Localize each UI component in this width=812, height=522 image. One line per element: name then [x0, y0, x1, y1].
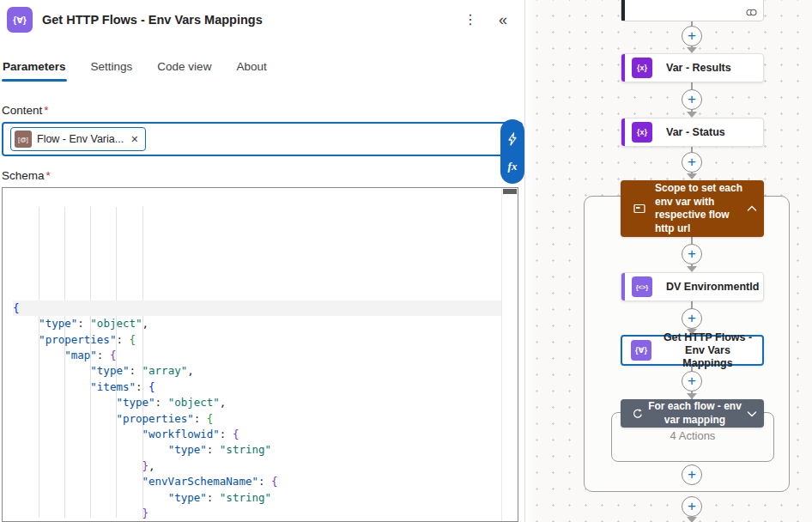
editor-scrollbar[interactable] [501, 188, 518, 521]
code-line[interactable]: "envVarSchemaName": { [13, 474, 501, 489]
code-token: { [13, 301, 20, 314]
chevron-down-icon[interactable] [747, 410, 757, 417]
insert-step-button[interactable]: + [682, 89, 702, 110]
schema-editor[interactable]: { "type": "object", "properties": { "map… [2, 187, 518, 522]
code-token: "map" [64, 349, 97, 361]
code-token: "type" [168, 443, 207, 456]
code-token: "envVarSchemaName" [142, 475, 258, 488]
code-line[interactable]: { [13, 300, 501, 316]
action-details-panel: {∀} Get HTTP Flows - Env Vars Mappings ⋮… [0, 0, 525, 522]
copy-icon[interactable] [746, 4, 757, 20]
card-get-http-flows-selected[interactable]: {∀} Get HTTP Flows - Env Vars Mappings [621, 335, 764, 366]
code-token [13, 364, 90, 377]
code-token [13, 396, 116, 409]
code-token: "object" [168, 396, 220, 409]
code-token: "string" [220, 443, 271, 456]
insert-step-button[interactable]: + [682, 26, 702, 46]
code-line[interactable]: "type": "string" [13, 490, 501, 506]
connector-arrow [687, 266, 697, 272]
tab-parameters[interactable]: Parameters [2, 60, 67, 82]
code-token: "properties" [116, 412, 193, 425]
code-token: : [77, 317, 90, 330]
compose-icon: {<>} [632, 276, 652, 297]
code-token: { [271, 475, 278, 488]
code-line[interactable]: "properties": { [13, 332, 501, 348]
editor-scrollbar-thumb[interactable] [503, 189, 517, 194]
code-token: : [194, 412, 207, 425]
code-token: , [187, 364, 194, 377]
card-accent-bar [621, 118, 625, 146]
code-line[interactable]: "type": "array", [13, 363, 501, 379]
loop-icon [627, 404, 648, 424]
code-token [13, 428, 142, 440]
code-token [13, 380, 90, 393]
chevron-up-icon[interactable] [747, 205, 757, 212]
card-accent-bar [621, 54, 625, 82]
card-accent-bar [621, 0, 625, 21]
page-title: Get HTTP Flows - Env Vars Mappings [42, 13, 263, 27]
code-line[interactable]: "map": { [13, 348, 501, 363]
code-line[interactable]: }, [13, 458, 501, 474]
connector-arrow [687, 517, 697, 522]
card-scope[interactable]: Scope to set each env var with respectiv… [621, 180, 764, 237]
card-var-results[interactable]: {x} Var - Results [621, 53, 764, 82]
collapse-panel-button[interactable]: « [492, 9, 514, 31]
scope-icon [629, 198, 650, 219]
tab-code-view[interactable]: Code view [156, 60, 212, 82]
code-token: , [148, 459, 155, 472]
tab-bar: Parameters Settings Code view About [0, 60, 524, 82]
token-source-icon: [@] [15, 130, 32, 148]
more-options-button[interactable]: ⋮ [459, 9, 482, 31]
code-line[interactable]: } [13, 506, 501, 521]
code-line[interactable]: "type": "string" [13, 442, 501, 458]
content-input[interactable]: [@] Flow - Env Varia... ✕ [2, 122, 523, 156]
connector-arrow [687, 173, 697, 179]
code-token: { [148, 380, 155, 393]
insert-step-button[interactable]: + [682, 496, 702, 517]
card-label: Var - Status [666, 126, 725, 138]
card-dv-environmentid[interactable]: {<>} DV EnvironmentId [621, 272, 764, 301]
code-line[interactable]: "items": { [13, 379, 501, 395]
code-line[interactable]: "type": "object", [13, 316, 501, 331]
token-close-icon[interactable]: ✕ [129, 134, 140, 145]
insert-step-button[interactable]: + [682, 464, 702, 485]
code-token [13, 459, 142, 472]
code-token [13, 317, 39, 330]
code-line[interactable]: "properties": { [13, 411, 501, 427]
card-label: Get HTTP Flows - Env Vars Mappings [660, 331, 762, 370]
tab-settings[interactable]: Settings [90, 60, 134, 82]
flow-canvas[interactable]: + {x} Var - Results + {x} Var - Status +… [525, 0, 812, 522]
insert-step-button[interactable]: + [682, 152, 702, 173]
insert-step-button[interactable]: + [682, 244, 702, 264]
code-token: "type" [116, 396, 155, 409]
lightning-icon[interactable] [504, 130, 521, 148]
code-token: "string" [220, 491, 271, 504]
code-token: { [129, 333, 136, 346]
card-for-each[interactable]: For each flow - env var mapping [621, 399, 764, 428]
schema-label: Schema* [2, 169, 524, 182]
code-line[interactable]: "workflowid": { [13, 427, 501, 442]
code-token: : [97, 349, 110, 361]
code-token [13, 333, 39, 346]
expression-fx-button[interactable]: fx [504, 155, 521, 173]
card-http-partial[interactable] [621, 0, 764, 21]
required-asterisk: * [44, 104, 48, 117]
card-var-status[interactable]: {x} Var - Status [621, 118, 764, 147]
tab-about[interactable]: About [235, 60, 267, 82]
insert-step-button[interactable]: + [682, 308, 702, 329]
connector-arrow [687, 47, 697, 53]
variable-icon: {x} [632, 122, 652, 143]
card-label: For each flow - env var mapping [648, 400, 743, 427]
parse-json-icon: {∀} [631, 340, 651, 361]
insert-step-button[interactable]: + [682, 371, 702, 392]
dynamic-content-token[interactable]: [@] Flow - Env Varia... ✕ [10, 127, 146, 151]
parse-json-glyph: {∀} [13, 15, 27, 25]
code-line[interactable]: "type": "object", [13, 395, 501, 410]
code-token: , [142, 317, 149, 330]
code-token: { [110, 349, 117, 361]
card-label: Scope to set each env var with respectiv… [655, 182, 743, 235]
content-label: Content* [2, 104, 524, 117]
code-token [13, 507, 142, 519]
code-token [13, 412, 116, 425]
schema-code[interactable]: { "type": "object", "properties": { "map… [3, 190, 501, 521]
